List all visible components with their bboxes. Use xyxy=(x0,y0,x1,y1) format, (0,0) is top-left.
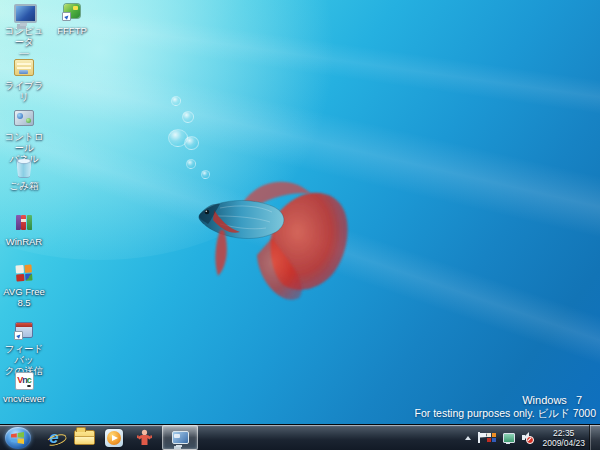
icon-label: AVG Free xyxy=(0,286,48,297)
taskbar-send-feedback[interactable] xyxy=(129,425,159,450)
betta-fish-wallpaper xyxy=(180,158,350,308)
vncviewer-icon: Vnc xyxy=(14,372,34,392)
taskbar-internet-explorer[interactable]: e xyxy=(39,425,69,450)
taskbar-windows-explorer[interactable] xyxy=(69,425,99,450)
winrar-icon xyxy=(14,215,34,235)
shortcut-arrow-icon xyxy=(62,12,71,21)
bubble xyxy=(182,111,194,123)
taskbar: e 22:35 2009/04/23 xyxy=(0,424,600,450)
watermark-os-name: Windows 7 xyxy=(415,394,582,406)
desktop-icon-computer[interactable]: コンピュータ — xyxy=(0,2,48,58)
show-desktop-button[interactable] xyxy=(589,425,600,450)
avg-tray-icon[interactable] xyxy=(487,433,496,442)
desktop-icon-ffftp[interactable]: FFFTP xyxy=(48,2,96,36)
desktop-icon-winrar[interactable]: WinRAR xyxy=(0,213,48,247)
icon-label-line2: 8.5 xyxy=(0,297,48,308)
taskbar-active-window-remote-viewer[interactable] xyxy=(162,425,198,450)
media-player-icon xyxy=(105,429,123,447)
icon-label: コンピュータ xyxy=(0,25,48,47)
icon-label: フィードバッ xyxy=(0,343,48,365)
icon-label: vncviewer xyxy=(0,393,48,404)
network-tray-icon[interactable] xyxy=(503,433,515,443)
icon-label: ごみ箱 xyxy=(0,180,48,191)
volume-muted-icon[interactable] xyxy=(522,432,534,443)
monitor-window-icon xyxy=(172,431,189,444)
icon-label: FFFTP xyxy=(48,25,96,36)
desktop-icon-avg-free[interactable]: AVG Free 8.5 xyxy=(0,263,48,308)
desktop-icon-libraries[interactable]: ライブラリ xyxy=(0,57,48,102)
icon-label: コントロール xyxy=(0,131,48,153)
desktop-icon-send-feedback[interactable]: フィードバッ クの送信 xyxy=(0,320,48,376)
recycle-bin-icon xyxy=(14,159,34,179)
feedback-person-icon xyxy=(137,429,152,446)
icon-label: WinRAR xyxy=(0,236,48,247)
bubble xyxy=(171,96,181,106)
icon-label: ライブラリ xyxy=(0,80,48,102)
desktop: コンピュータ — FFFTP ライブラリ コントロール パネル ごみ箱 WinR… xyxy=(0,0,600,450)
control-panel-icon xyxy=(14,110,34,130)
folder-icon xyxy=(74,430,95,445)
taskbar-media-player[interactable] xyxy=(99,425,129,450)
watermark-build-text: For testing purposes only. ビルド 7000 xyxy=(415,407,596,421)
hidden-icons-arrow[interactable] xyxy=(465,436,471,440)
computer-icon xyxy=(14,4,34,24)
desktop-icon-recycle-bin[interactable]: ごみ箱 xyxy=(0,158,48,191)
libraries-icon xyxy=(14,59,34,79)
desktop-icon-control-panel[interactable]: コントロール パネル xyxy=(0,108,48,164)
windows-flag-icon xyxy=(11,432,24,444)
internet-explorer-icon: e xyxy=(49,429,58,446)
action-center-flag-icon[interactable] xyxy=(478,432,480,443)
start-button[interactable] xyxy=(5,427,31,449)
clock-time: 22:35 xyxy=(542,428,585,438)
avg-icon xyxy=(14,265,34,285)
shortcut-arrow-icon xyxy=(14,331,23,340)
send-feedback-icon xyxy=(14,322,34,342)
ffftp-shortcut-icon xyxy=(62,4,82,24)
clock-date: 2009/04/23 xyxy=(542,438,585,448)
bubble xyxy=(184,136,199,150)
desktop-icon-vncviewer[interactable]: Vnc vncviewer xyxy=(0,371,48,404)
build-watermark: Windows 7 For testing purposes only. ビルド… xyxy=(415,394,596,421)
system-tray: 22:35 2009/04/23 xyxy=(462,425,600,450)
taskbar-clock[interactable]: 22:35 2009/04/23 xyxy=(542,428,585,448)
